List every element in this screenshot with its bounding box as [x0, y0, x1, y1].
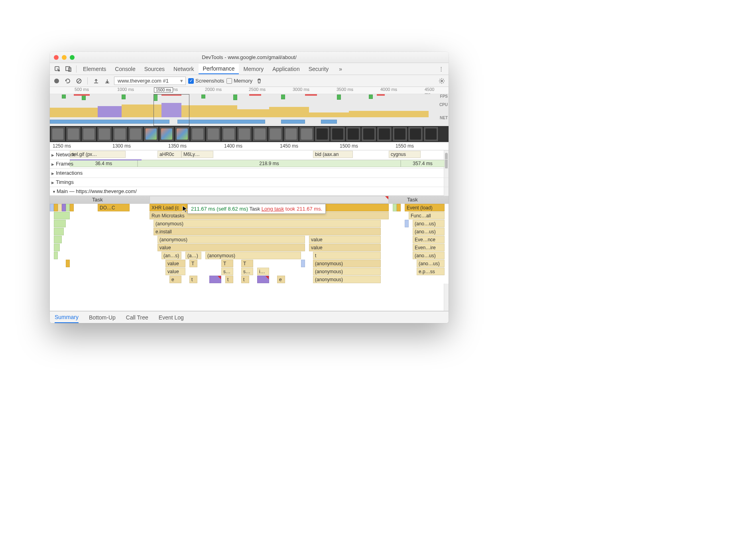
film-frame[interactable] — [221, 126, 236, 142]
frames-track[interactable]: Frames 36.4 ms 218.9 ms 357.4 ms — [50, 160, 449, 169]
close-button[interactable] — [54, 55, 59, 60]
flame-s2[interactable]: s… — [241, 268, 253, 275]
tab-console[interactable]: Console — [111, 64, 139, 74]
flame-e2[interactable]: e — [277, 276, 285, 283]
frame-bar[interactable]: 357.4 ms — [401, 160, 445, 167]
flame-segment[interactable] — [62, 204, 66, 211]
flame-t-right[interactable]: t — [313, 252, 381, 259]
flame-tlow[interactable]: t — [189, 276, 197, 283]
tab-security[interactable]: Security — [305, 64, 333, 74]
memory-checkbox[interactable]: Memory — [226, 78, 252, 84]
flame-funcall[interactable]: Func…all — [409, 212, 445, 219]
film-frame[interactable] — [283, 126, 299, 142]
flame-T3[interactable]: T — [241, 260, 253, 267]
settings-icon[interactable] — [437, 77, 446, 85]
film-frame[interactable] — [346, 126, 361, 142]
flame-ano-us[interactable]: (ano…us) — [413, 220, 445, 227]
trash-icon[interactable] — [255, 77, 264, 85]
film-frame[interactable] — [268, 126, 283, 142]
flame-ep-ss[interactable]: e.p…ss — [417, 268, 445, 275]
flame-anon-r[interactable]: (anonymous) — [313, 260, 381, 267]
flaseg[interactable] — [54, 220, 66, 227]
overview-ruler[interactable]: 500 ms 1000 ms 1500 ms 2000 ms 2500 ms 3… — [50, 87, 449, 94]
flame-segment[interactable] — [54, 204, 58, 211]
upload-icon[interactable] — [92, 77, 100, 85]
download-icon[interactable] — [103, 77, 112, 85]
task-strip[interactable]: Task Task Task — [50, 196, 449, 204]
flame-i[interactable]: i… — [257, 268, 269, 275]
flame-event-load[interactable]: Event (load) — [405, 204, 445, 211]
film-frame[interactable] — [361, 126, 376, 142]
flaseg[interactable] — [54, 212, 70, 219]
film-frame[interactable] — [112, 126, 128, 142]
reload-icon[interactable] — [63, 77, 72, 85]
film-frame[interactable] — [144, 126, 159, 142]
flaseg[interactable] — [54, 252, 58, 259]
film-frame[interactable] — [299, 126, 314, 142]
flaseg[interactable] — [301, 260, 305, 267]
minimize-button[interactable] — [62, 55, 67, 60]
tab-memory[interactable]: Memory — [240, 64, 268, 74]
flame-e[interactable]: e — [169, 276, 181, 283]
kebab-menu-icon[interactable]: ⋮ — [436, 66, 446, 72]
overview-strip[interactable]: 500 ms 1000 ms 1500 ms 2000 ms 2500 ms 3… — [50, 87, 449, 142]
network-track[interactable]: Network xel.gif (px… aHR0c M6Ly… bid (aa… — [50, 150, 449, 160]
flame-anon-r2[interactable]: (anonymous) — [313, 268, 381, 275]
flaseg[interactable] — [54, 228, 64, 235]
overview-selection[interactable]: 1500 ms — [154, 94, 189, 126]
profile-select[interactable]: www.theverge.com #1 — [114, 77, 186, 85]
caret-down-icon[interactable] — [52, 188, 57, 194]
tab-call-tree[interactable]: Call Tree — [126, 312, 148, 323]
tab-bottom-up[interactable]: Bottom-Up — [89, 312, 116, 323]
flame-value[interactable]: value — [157, 244, 305, 251]
record-button[interactable] — [52, 77, 61, 85]
network-item[interactable]: cygnus — [389, 151, 421, 158]
long-task-bar[interactable] — [150, 196, 389, 203]
film-frame[interactable] — [66, 126, 81, 142]
flame-segment[interactable] — [66, 204, 70, 211]
flame-tlow3[interactable]: t — [241, 276, 249, 283]
film-frame[interactable] — [330, 126, 345, 142]
frame-bar[interactable]: 218.9 ms — [138, 160, 401, 167]
flame-anonymous[interactable]: (anonymous) — [154, 220, 381, 227]
tab-elements[interactable]: Elements — [79, 64, 110, 74]
tab-performance[interactable]: Performance — [199, 64, 238, 74]
flame-segment[interactable] — [50, 204, 54, 211]
tab-application[interactable]: Application — [268, 64, 304, 74]
film-frame[interactable] — [81, 126, 96, 142]
flame-segment[interactable]: DO…C — [98, 204, 130, 211]
screenshots-checkbox[interactable]: ✓ Screenshots — [188, 78, 224, 84]
tracks-area[interactable]: Network xel.gif (px… aHR0c M6Ly… bid (aa… — [50, 150, 449, 311]
main-thread-header[interactable]: Main — https://www.theverge.com/ — [50, 187, 449, 196]
flaseg[interactable] — [405, 220, 409, 227]
detail-ruler[interactable]: 1250 ms 1300 ms 1350 ms 1400 ms 1450 ms … — [50, 142, 449, 150]
flame-anonymous3[interactable]: (anonymous) — [205, 252, 301, 259]
tab-sources[interactable]: Sources — [140, 64, 169, 74]
flame-ano-us4[interactable]: (ano…us) — [417, 260, 445, 267]
overview-rows[interactable]: FPS CPU NET — [50, 94, 449, 126]
filmstrip[interactable] — [50, 126, 449, 142]
film-frame[interactable] — [315, 126, 330, 142]
flame-s1[interactable]: s… — [221, 268, 233, 275]
flame-eve-nce[interactable]: Eve…nce — [413, 236, 445, 243]
flame-even-ire[interactable]: Even…ire — [413, 244, 445, 251]
flame-value3[interactable]: value — [165, 268, 185, 275]
zoom-button[interactable] — [70, 55, 75, 60]
inspect-icon[interactable] — [52, 64, 63, 74]
film-frame[interactable] — [206, 126, 221, 142]
tab-event-log[interactable]: Event Log — [159, 312, 184, 323]
flame-value-r2[interactable]: value — [309, 244, 381, 251]
flame-segment[interactable] — [70, 204, 74, 211]
interactions-track[interactable]: Interactions — [50, 169, 449, 178]
film-frame[interactable] — [50, 126, 65, 142]
flame-ano-us3[interactable]: (ano…us) — [413, 252, 445, 259]
network-item[interactable]: xel.gif (px… — [70, 151, 126, 158]
film-frame[interactable] — [159, 126, 174, 142]
network-item[interactable]: M6Ly… — [181, 151, 213, 158]
film-frame[interactable] — [128, 126, 143, 142]
flame-value-r[interactable]: value — [309, 236, 381, 243]
device-toggle-icon[interactable] — [63, 64, 74, 74]
film-frame[interactable] — [252, 126, 268, 142]
timings-track[interactable]: Timings — [50, 178, 449, 187]
tab-network[interactable]: Network — [169, 64, 198, 74]
